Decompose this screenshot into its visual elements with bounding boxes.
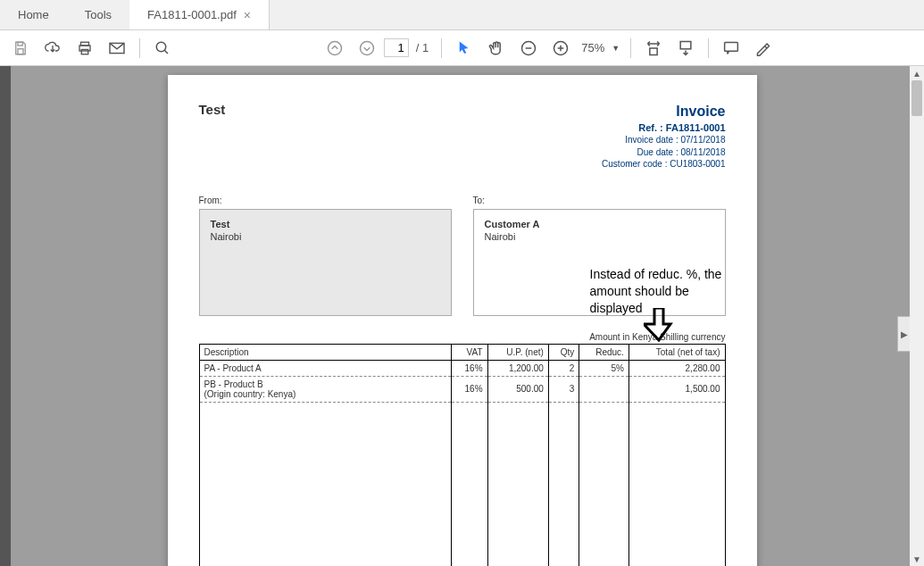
fit-width-icon[interactable] xyxy=(638,33,669,63)
scroll-up-icon[interactable]: ▲ xyxy=(910,66,924,80)
fit-page-icon[interactable] xyxy=(670,33,701,63)
zoom-value: 75% xyxy=(581,41,604,54)
page-down-icon[interactable] xyxy=(352,33,382,63)
tab-tools[interactable]: Tools xyxy=(67,0,129,29)
to-city: Nairobi xyxy=(485,231,714,242)
page-number-input[interactable] xyxy=(384,38,409,57)
col-vat: VAT xyxy=(452,344,487,360)
svg-rect-4 xyxy=(81,49,88,54)
vertical-scrollbar[interactable]: ▲ ▼ xyxy=(910,66,924,566)
customer-code: Customer code : CU1803-0001 xyxy=(602,158,725,171)
page-total: / 1 xyxy=(411,41,434,54)
svg-point-8 xyxy=(360,41,373,54)
svg-rect-12 xyxy=(680,41,691,48)
tools-pane-handle[interactable]: ▶ xyxy=(897,316,910,352)
sign-icon[interactable] xyxy=(748,33,778,63)
from-city: Nairobi xyxy=(211,231,440,242)
svg-rect-1 xyxy=(18,48,23,54)
col-qty: Qty xyxy=(548,344,579,360)
arrow-down-icon xyxy=(644,308,674,342)
due-date: Due date : 08/11/2018 xyxy=(602,146,725,159)
svg-rect-11 xyxy=(650,48,657,55)
invoice-meta: Invoice Ref. : FA1811-0001 Invoice date … xyxy=(602,102,725,171)
to-name: Customer A xyxy=(485,219,714,229)
tab-document-label: FA1811-0001.pdf xyxy=(147,8,237,21)
close-icon[interactable]: × xyxy=(244,8,251,22)
svg-point-7 xyxy=(328,41,341,54)
svg-rect-13 xyxy=(725,42,738,51)
to-label: To: xyxy=(473,196,726,205)
scroll-thumb[interactable] xyxy=(912,80,922,116)
page-up-icon[interactable] xyxy=(320,33,350,63)
pdf-page: Test Invoice Ref. : FA1811-0001 Invoice … xyxy=(168,75,757,566)
from-label: From: xyxy=(199,196,452,205)
col-description: Description xyxy=(199,344,452,360)
separator xyxy=(630,38,631,58)
separator xyxy=(441,38,442,58)
table-empty-area xyxy=(199,402,725,566)
separator xyxy=(708,38,709,58)
save-icon[interactable] xyxy=(5,33,36,63)
tab-home[interactable]: Home xyxy=(0,0,67,29)
zoom-select[interactable]: 75%▼ xyxy=(578,38,623,57)
print-icon[interactable] xyxy=(70,33,100,63)
tab-document[interactable]: FA1811-0001.pdf × xyxy=(129,0,270,29)
comment-icon[interactable] xyxy=(716,33,746,63)
company-name: Test xyxy=(199,102,226,117)
search-icon[interactable] xyxy=(147,33,178,63)
from-box: Test Nairobi xyxy=(199,209,452,316)
cloud-upload-icon[interactable] xyxy=(37,33,68,63)
to-box: Customer A Nairobi Instead of reduc. %, … xyxy=(473,209,726,316)
pointer-icon[interactable] xyxy=(449,33,479,63)
invoice-ref: Ref. : FA1811-0001 xyxy=(602,121,725,135)
col-up: U.P. (net) xyxy=(487,344,548,360)
mail-icon[interactable] xyxy=(102,33,132,63)
col-total: Total (net of tax) xyxy=(628,344,725,360)
chevron-down-icon: ▼ xyxy=(612,44,620,53)
svg-point-6 xyxy=(156,42,166,52)
tab-bar: Home Tools FA1811-0001.pdf × xyxy=(0,0,924,30)
invoice-date: Invoice date : 07/11/2018 xyxy=(602,134,725,146)
table-row: PB - Product B(Origin country: Kenya) 16… xyxy=(199,376,725,402)
table-row: PA - Product A 16% 1,200.00 2 5% 2,280.0… xyxy=(199,360,725,376)
invoice-title: Invoice xyxy=(602,102,725,121)
from-name: Test xyxy=(211,219,440,229)
svg-rect-0 xyxy=(18,42,22,46)
nav-panel-edge[interactable] xyxy=(0,66,11,566)
col-reduc: Reduc. xyxy=(579,344,629,360)
separator xyxy=(139,38,140,58)
scroll-down-icon[interactable]: ▼ xyxy=(910,552,924,566)
zoom-in-icon[interactable] xyxy=(545,33,576,63)
document-viewer: Test Invoice Ref. : FA1811-0001 Invoice … xyxy=(0,66,924,566)
invoice-table: Description VAT U.P. (net) Qty Reduc. To… xyxy=(199,344,726,566)
toolbar: / 1 75%▼ xyxy=(0,30,924,66)
hand-icon[interactable] xyxy=(481,33,512,63)
zoom-out-icon[interactable] xyxy=(513,33,544,63)
